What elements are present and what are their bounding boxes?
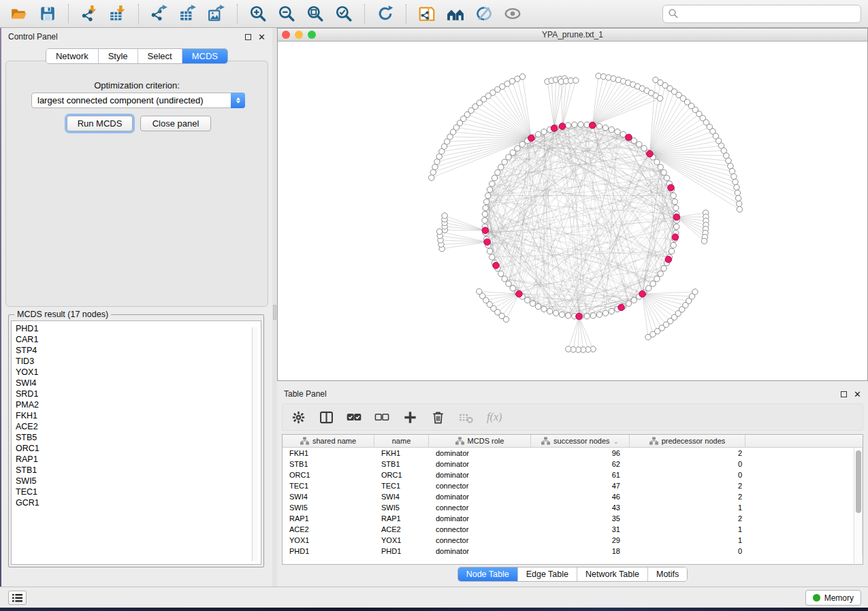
tab-network[interactable]: Network <box>46 49 99 63</box>
mcds-result-item[interactable]: TEC1 <box>16 486 261 497</box>
tab-select[interactable]: Select <box>138 49 182 63</box>
table-scrollbar-thumb[interactable] <box>856 450 861 513</box>
zoom-fit-button[interactable] <box>303 2 327 25</box>
mcds-result-item[interactable]: SWI5 <box>16 476 261 486</box>
tab-network-table[interactable]: Network Table <box>577 567 648 581</box>
run-mcds-button[interactable]: Run MCDS <box>67 116 133 131</box>
network-graph[interactable] <box>278 42 867 380</box>
network-window-titlebar[interactable]: YPA_prune.txt_1 <box>278 29 867 42</box>
tab-motifs[interactable]: Motifs <box>648 567 687 581</box>
splitter-grip[interactable] <box>273 305 276 320</box>
vertical-splitter[interactable] <box>272 28 277 587</box>
import-table-button[interactable] <box>106 2 130 25</box>
table-row[interactable]: FKH1FKH1dominator962 <box>283 448 863 459</box>
mcds-result-item[interactable]: SWI4 <box>16 378 261 389</box>
eye-button[interactable] <box>500 2 525 25</box>
column-header-successor-nodes[interactable]: successor nodes⌄ <box>531 435 630 447</box>
cell: 0 <box>630 459 745 469</box>
memory-button[interactable]: Memory <box>805 590 861 606</box>
zoom-in-button[interactable] <box>246 2 270 25</box>
table-scrollbar[interactable] <box>854 448 862 563</box>
table-row[interactable]: ACE2ACE2connector311 <box>283 524 863 535</box>
table-row[interactable]: SWI5SWI5connector431 <box>283 502 863 513</box>
mcds-result-item[interactable]: STB5 <box>16 432 261 443</box>
mcds-result-item[interactable]: FKH1 <box>16 410 261 421</box>
delete-button[interactable] <box>430 408 446 426</box>
cell: STB1 <box>283 459 374 469</box>
mcds-result-item[interactable]: CAR1 <box>16 334 261 345</box>
control-panel-titlebar[interactable]: Control Panel ✕ <box>1 28 272 46</box>
export-image-button[interactable] <box>204 2 229 25</box>
table-panel-titlebar[interactable]: Table Panel ✕ <box>277 385 868 403</box>
mcds-result-item[interactable]: ORC1 <box>16 443 261 454</box>
mcds-result-item[interactable]: RAP1 <box>16 454 261 465</box>
graph-mcds-node <box>516 291 523 297</box>
column-label: successor nodes <box>553 437 610 445</box>
table-row[interactable]: RAP1RAP1dominator352 <box>283 513 863 524</box>
mcds-result-item[interactable]: STB1 <box>16 465 261 476</box>
delete-table-button <box>458 408 474 426</box>
graph-mcds-node <box>589 122 596 129</box>
zoom-out-button[interactable] <box>274 2 299 25</box>
export-network-button[interactable] <box>147 2 172 25</box>
mcds-result-item[interactable]: PMA2 <box>16 399 261 410</box>
eye-slash-button[interactable] <box>472 2 496 25</box>
mcds-result-item[interactable]: STP4 <box>16 345 261 356</box>
table-row[interactable]: SWI4SWI4dominator462 <box>283 491 863 502</box>
tab-style[interactable]: Style <box>99 49 138 63</box>
mcds-list-scrollbar[interactable] <box>252 327 258 561</box>
deselect-all-button[interactable] <box>374 408 390 426</box>
column-header-MCDS-role[interactable]: MCDS role <box>429 435 531 447</box>
mcds-result-list[interactable]: PHD1CAR1STP4TID3YOX1SWI4SRD1PMA2FKH1ACE2… <box>11 320 261 565</box>
task-history-button[interactable] <box>8 591 27 605</box>
mcds-result-item[interactable]: ACE2 <box>16 421 261 432</box>
mcds-result-item[interactable]: TID3 <box>16 356 261 367</box>
tab-node-table[interactable]: Node Table <box>458 567 518 581</box>
float-panel-icon[interactable] <box>245 34 251 40</box>
column-header-predecessor-nodes[interactable]: predecessor nodes <box>630 435 745 447</box>
mcds-result-item[interactable]: GCR1 <box>16 497 261 508</box>
close-table-panel-icon[interactable]: ✕ <box>854 391 861 397</box>
cell: connector <box>429 502 531 513</box>
refresh-layout-button[interactable] <box>373 2 398 25</box>
tab-edge-table[interactable]: Edge Table <box>518 567 577 581</box>
sort-chevron-icon[interactable]: ⌄ <box>613 437 619 445</box>
tab-mcds[interactable]: MCDS <box>182 49 227 63</box>
add-button[interactable] <box>402 408 418 426</box>
table-row[interactable]: STB1STB1dominator620 <box>283 459 863 469</box>
clone-network-button[interactable] <box>415 2 439 25</box>
close-panel-icon[interactable]: ✕ <box>258 34 266 40</box>
select-all-button[interactable] <box>347 408 362 426</box>
table-row[interactable]: PHD1PHD1dominator180 <box>283 546 863 557</box>
add-icon <box>402 410 418 425</box>
export-table-button[interactable] <box>176 2 200 25</box>
save-button[interactable] <box>35 2 60 25</box>
search-input[interactable] <box>682 8 856 19</box>
columns-button[interactable] <box>319 408 334 426</box>
column-header-shared-name[interactable]: shared name <box>283 435 374 447</box>
table-row[interactable]: TEC1TEC1connector472 <box>283 480 863 491</box>
cell: connector <box>429 535 531 546</box>
toolbar-search[interactable] <box>662 5 861 23</box>
zoom-selected-button[interactable] <box>332 2 356 25</box>
mcds-result-item[interactable]: SRD1 <box>16 389 261 399</box>
toolbar-separator <box>406 4 406 23</box>
graph-node <box>541 306 547 312</box>
open-folder-button[interactable] <box>7 2 31 25</box>
gear-button[interactable] <box>291 408 306 426</box>
graph-node <box>489 181 495 186</box>
column-type-icon <box>649 437 658 445</box>
double-house-button[interactable] <box>443 2 468 25</box>
criterion-dropdown[interactable]: largest connected component (undirected) <box>31 93 245 108</box>
table-row[interactable]: ORC1ORC1dominator610 <box>283 469 863 480</box>
float-table-panel-icon[interactable] <box>841 391 847 397</box>
close-panel-button[interactable]: Close panel <box>140 116 211 131</box>
mcds-result-item[interactable]: PHD1 <box>16 323 261 334</box>
graph-mcds-node <box>639 291 646 297</box>
mcds-result-item[interactable]: YOX1 <box>16 367 261 378</box>
graph-node <box>671 242 676 248</box>
import-network-button[interactable] <box>77 2 101 25</box>
column-header-name[interactable]: name <box>374 435 429 447</box>
table-panel: Table Panel ✕ f(x) shared namenameMCDS r… <box>277 385 868 587</box>
table-row[interactable]: YOX1YOX1connector291 <box>283 535 863 546</box>
